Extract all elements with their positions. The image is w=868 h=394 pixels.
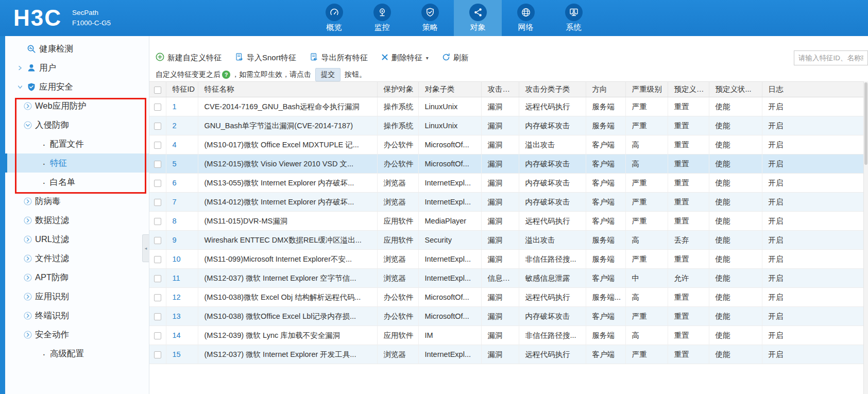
- table-row[interactable]: 13(MS10-038) 微软Office Excel Lbl记录内存损...办…: [149, 307, 868, 326]
- nav-tab-monitor[interactable]: 监控: [358, 0, 406, 36]
- row-checkbox[interactable]: [154, 313, 161, 320]
- sidebar-item-file-filtering[interactable]: 文件过滤: [5, 249, 149, 268]
- cell-select: [149, 269, 166, 288]
- submit-button[interactable]: 提交: [315, 68, 341, 81]
- cell-log: 开启: [762, 288, 868, 307]
- column-header-category[interactable]: 攻击分类: [481, 82, 519, 97]
- table-row[interactable]: 2GNU_Bash单字节溢出漏洞(CVE-2014-7187)操作系统Linux…: [149, 116, 868, 135]
- signature-id-link[interactable]: 2: [173, 122, 177, 130]
- table-row[interactable]: 8(MS11-015)DVR-MS漏洞应用软件MediaPlayer漏洞远程代码…: [149, 212, 868, 231]
- signature-id-link[interactable]: 8: [173, 217, 177, 225]
- signature-id-link[interactable]: 6: [173, 179, 177, 187]
- nav-tab-overview[interactable]: 概览: [310, 0, 358, 36]
- signature-id-link[interactable]: 12: [173, 293, 181, 301]
- sidebar-item-web-app-protection[interactable]: Web应用防护: [5, 96, 149, 115]
- table-row[interactable]: 11(MS12-037) 微软 Internet Explorer 空字节信..…: [149, 269, 868, 288]
- table-row[interactable]: 14(MS12-039) 微软 Lync 库加载不安全漏洞应用软件IM漏洞非信任…: [149, 326, 868, 345]
- sidebar-collapse-handle[interactable]: ◂: [142, 234, 149, 262]
- row-checkbox[interactable]: [154, 275, 161, 282]
- table-row[interactable]: 4(MS10-017)微软 Office Excel MDXTUPLE 记...…: [149, 135, 868, 155]
- signature-id-link[interactable]: 11: [173, 274, 180, 282]
- signature-id-link[interactable]: 5: [173, 160, 177, 168]
- export-all-button[interactable]: 导出所有特征: [310, 53, 368, 63]
- signature-id-link[interactable]: 15: [173, 350, 181, 358]
- row-checkbox[interactable]: [154, 180, 161, 187]
- search-input[interactable]: [794, 50, 868, 65]
- table-row[interactable]: 5(MS12-015)微软 Visio Viewer 2010 VSD 文...…: [149, 155, 868, 174]
- sidebar-item-apt-defense[interactable]: APT防御: [5, 268, 149, 287]
- chevron-right-small-icon: [18, 65, 23, 71]
- sidebar-item-url-filtering[interactable]: URL过滤: [5, 230, 149, 249]
- cell-select: [149, 116, 166, 135]
- column-header-subclass[interactable]: 对象子类: [418, 82, 481, 97]
- column-header-action[interactable]: 预定义动...: [668, 82, 709, 97]
- cell-id: 5: [166, 155, 198, 174]
- sidebar-item-data-filtering[interactable]: 数据过滤: [5, 211, 149, 230]
- signature-id-link[interactable]: 1: [173, 102, 177, 111]
- column-header-name[interactable]: 特征名称: [198, 82, 377, 97]
- row-checkbox[interactable]: [154, 199, 161, 206]
- row-checkbox[interactable]: [154, 332, 161, 339]
- delete-signature-button[interactable]: 删除特征▾: [381, 53, 429, 63]
- row-checkbox[interactable]: [154, 256, 161, 263]
- signature-id-link[interactable]: 13: [173, 312, 181, 320]
- table-row[interactable]: 1CVE-2014-7169_GNU_Bash远程命令执行漏洞操作系统Linux…: [149, 97, 868, 116]
- sidebar-item-terminal-identification[interactable]: 终端识别: [5, 306, 149, 325]
- column-header-severity[interactable]: 严重级别: [625, 82, 668, 97]
- row-checkbox[interactable]: [154, 351, 161, 358]
- table-row[interactable]: 10(MS11-099)Microsoft Internet Explorer不…: [149, 250, 868, 269]
- column-header-status[interactable]: 预定义状...: [709, 82, 762, 97]
- cell-action: 重置: [668, 193, 709, 212]
- sidebar-item-whitelist[interactable]: ·白名单: [5, 173, 149, 192]
- cell-id: 10: [166, 250, 198, 269]
- sidebar-item-signatures[interactable]: ·特征: [5, 153, 149, 173]
- table-row[interactable]: 15(MS12-037) 微软 Internet Explorer 开发工具..…: [149, 345, 868, 364]
- column-header-id[interactable]: 特征ID: [166, 82, 198, 97]
- row-checkbox[interactable]: [154, 142, 161, 149]
- signature-id-link[interactable]: 10: [173, 255, 181, 263]
- sidebar-item-intrusion-prevention[interactable]: 入侵防御: [5, 115, 149, 134]
- sidebar-item-app-identification[interactable]: 应用识别: [5, 287, 149, 306]
- row-checkbox[interactable]: [154, 104, 161, 111]
- column-header-subcategory[interactable]: 攻击分类子类: [519, 82, 586, 97]
- nav-tab-policy[interactable]: 策略: [406, 0, 454, 36]
- row-checkbox[interactable]: [154, 161, 161, 168]
- signature-id-link[interactable]: 4: [173, 141, 177, 149]
- sidebar-item-security-action[interactable]: 安全动作: [5, 325, 149, 344]
- create-custom-signature-button[interactable]: 新建自定义特征: [156, 53, 222, 63]
- sidebar-item-users[interactable]: 用户: [5, 58, 149, 77]
- nav-tab-network[interactable]: 网络: [502, 0, 550, 36]
- nav-tab-system[interactable]: 系统: [550, 0, 598, 36]
- sidebar-item-profile[interactable]: ·配置文件: [5, 134, 149, 153]
- table-row[interactable]: 6(MS13-055)微软 Internet Explorer 内存破坏...浏…: [149, 174, 868, 193]
- import-snort-button[interactable]: 导入Snort特征: [235, 53, 296, 63]
- row-checkbox[interactable]: [154, 294, 161, 301]
- table-row[interactable]: 12(MS10-038)微软 Excel Obj 结构解析远程代码...办公软件…: [149, 288, 868, 307]
- table-scrollbar[interactable]: [863, 81, 868, 394]
- sidebar-item-health-check[interactable]: 健康检测: [5, 39, 149, 58]
- nav-tab-label: 监控: [375, 23, 390, 32]
- refresh-button[interactable]: 刷新: [442, 53, 469, 63]
- row-checkbox[interactable]: [154, 237, 161, 244]
- help-icon[interactable]: ?: [222, 71, 230, 79]
- signature-id-link[interactable]: 14: [173, 331, 181, 339]
- column-header-log[interactable]: 日志: [762, 82, 868, 97]
- sidebar-item-app-security[interactable]: 应用安全: [5, 77, 149, 96]
- row-checkbox[interactable]: [154, 123, 161, 130]
- table-row[interactable]: 9Wireshark ENTTEC DMX数据REL缓冲区溢出...应用软件Se…: [149, 231, 868, 250]
- sidebar-item-advanced-config[interactable]: ·高级配置: [5, 344, 149, 363]
- table-row[interactable]: 7(MS14-012)微软 Internet Explorer 内存破坏...浏…: [149, 193, 868, 212]
- column-header-protect[interactable]: 保护对象: [377, 82, 418, 97]
- column-header-direction[interactable]: 方向: [586, 82, 625, 97]
- sidebar-item-anti-virus[interactable]: 防病毒: [5, 192, 149, 211]
- signature-id-link[interactable]: 9: [173, 236, 177, 244]
- signature-id-link[interactable]: 7: [173, 198, 177, 206]
- cell-log: 开启: [762, 193, 868, 212]
- table-scrollbar-thumb[interactable]: [864, 82, 867, 165]
- nav-tab-objects[interactable]: 对象: [454, 0, 502, 36]
- cell-id: 15: [166, 345, 198, 364]
- row-checkbox[interactable]: [154, 218, 161, 225]
- select-all-checkbox[interactable]: [154, 87, 161, 94]
- circle-chevron-right-icon: [24, 312, 32, 320]
- sidebar-item-label: 高级配置: [50, 348, 84, 359]
